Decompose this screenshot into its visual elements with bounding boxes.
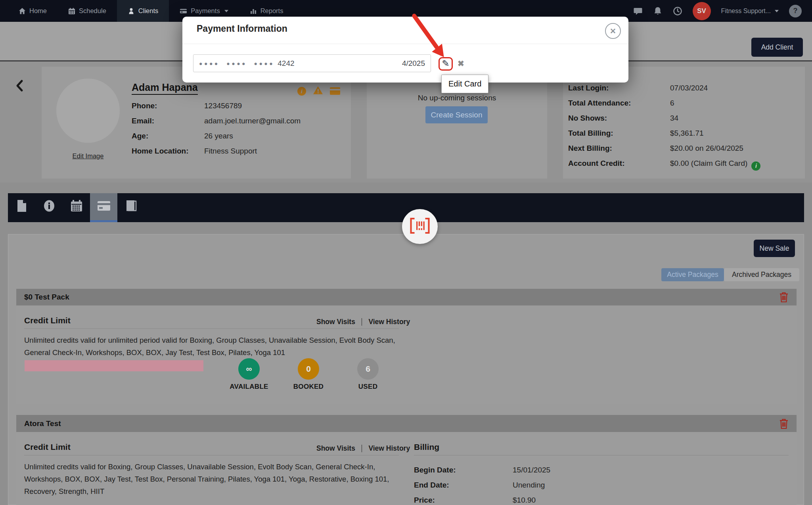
field-label: Age: [132,132,204,140]
view-history-link[interactable]: View History [368,444,410,453]
card-masked-digits: ●●●● ●●●● ●●●● [199,60,274,67]
barcode-scan-button[interactable] [402,209,438,244]
nav-item-label: Schedule [79,7,106,15]
billing-title: Billing [414,442,439,452]
counter-label: USED [344,383,392,391]
book-icon [125,200,137,214]
package-body: Credit Limit Show Visits View History Un… [16,305,797,404]
billing-row: End Date:Unending [414,481,545,492]
tab-info[interactable] [35,193,63,222]
used-badge: 6 [357,358,379,380]
card-number-field[interactable]: ●●●● ●●●● ●●●● 4242 4/2025 [193,54,431,72]
new-sale-button[interactable]: New Sale [754,240,795,257]
nav-item-label: Home [29,7,47,15]
chat-icon[interactable] [633,6,643,16]
billing-label: Begin Date: [414,466,513,474]
package-links: Show Visits View History [316,444,410,453]
info-icon[interactable]: i [297,87,306,96]
divider [414,455,789,455]
booked-counter: 0 BOOKED [285,358,332,391]
client-name[interactable]: Adam Hapana [132,82,198,95]
package-body: Credit Limit Show Visits View History Un… [16,432,797,505]
stat-row: Account Credit:$0.00 (Claim Gift Card)i [568,159,760,170]
modal-title: Payment Information [197,23,287,34]
tab-packages[interactable] [117,193,145,222]
show-visits-link[interactable]: Show Visits [316,318,355,326]
bell-icon[interactable] [653,6,663,16]
stat-row: Total Billing:$5,361.71 [568,129,704,140]
edit-image-link[interactable]: Edit Image [56,152,120,160]
field-label: Phone: [132,102,204,110]
delete-package-icon[interactable] [779,292,789,303]
client-profile-card: Edit Image Adam Hapana i Phone:123456789… [42,67,351,179]
package-name: $0 Test Pack [24,293,69,301]
divider [24,328,399,329]
view-history-link[interactable]: View History [368,318,410,326]
stat-value: $0.00 (Claim Gift Card) [670,159,747,167]
bar-chart-icon [250,8,257,15]
calendar-icon [71,200,82,214]
create-session-button[interactable]: Create Session [425,106,488,123]
edit-card-tooltip: Edit Card [441,75,488,93]
document-icon [17,200,27,214]
show-visits-link[interactable]: Show Visits [316,444,355,453]
remove-card-icon[interactable]: ✖ [458,59,464,68]
info-circle-icon [43,200,56,214]
nav-item-label: Reports [260,7,283,15]
gift-card-info-icon[interactable]: i [751,161,760,171]
stat-value: $5,361.71 [670,129,704,137]
calendar-icon [68,8,75,15]
delete-package-icon[interactable] [779,418,789,429]
field-value: Fitness Support [204,147,257,155]
tab-documents[interactable] [8,193,35,222]
avatar[interactable]: SV [693,2,711,20]
nav-item-schedule[interactable]: Schedule [57,0,117,22]
nav-item-clients[interactable]: Clients [117,0,169,22]
credit-limit-title: Credit Limit [24,442,71,452]
tab-archived-packages[interactable]: Archived Packages [724,268,799,281]
billing-label: Price: [414,496,513,505]
help-icon[interactable]: ? [789,5,802,17]
field-value: adam.joel.turner@gmail.com [204,117,301,125]
stat-value: 07/03/2024 [670,84,708,92]
billing-value: Unending [513,481,545,489]
stat-label: Total Attendance: [568,99,670,108]
nav-item-home[interactable]: Home [8,0,57,22]
pencil-icon: ✎ [442,58,449,69]
warning-icon[interactable] [313,86,323,96]
clock-icon[interactable] [673,6,682,16]
card-alert-icon[interactable] [330,87,340,95]
counter-label: BOOKED [285,383,332,391]
add-client-button[interactable]: Add Client [751,38,803,57]
field-label: Email: [132,117,204,125]
credit-usage-bar [25,360,203,371]
credit-card-icon [180,8,187,15]
nav-right: SV Fitness Support... ? [633,0,812,22]
counter-label: AVAILABLE [225,383,273,391]
package-card: $0 Test Pack Credit Limit Show Visits Vi… [16,289,797,404]
package-description: Unlimited credits valid for unlimited pe… [24,334,405,359]
edit-card-button[interactable]: ✎ [439,57,453,71]
available-badge: ∞ [238,358,260,380]
no-sessions-text: No up-coming sessions [367,94,547,102]
stat-row: Total Attendance:6 [568,99,674,110]
divider [24,455,399,455]
billing-value: $10.90 [513,496,536,504]
billing-label: End Date: [414,481,513,490]
credit-card-icon [97,200,111,213]
user-menu[interactable]: Fitness Support... [721,8,779,15]
field-value: 123456789 [204,102,242,110]
field-value: 26 years [204,132,233,140]
package-name: Atora Test [24,419,61,428]
nav-item-label: Clients [138,7,158,15]
tab-payments-active[interactable] [90,193,117,222]
tab-schedule[interactable] [63,193,90,222]
client-stats-card: Last Login:07/03/2024 Total Attendance:6… [563,67,805,179]
link-separator [362,445,362,452]
close-icon[interactable]: ✕ [605,23,621,39]
back-chevron-icon[interactable] [14,79,26,92]
package-header: $0 Test Pack [16,289,797,305]
billing-row: Price:$10.90 [414,496,536,505]
stat-value: 6 [670,99,674,107]
tab-active-packages[interactable]: Active Packages [661,268,724,281]
